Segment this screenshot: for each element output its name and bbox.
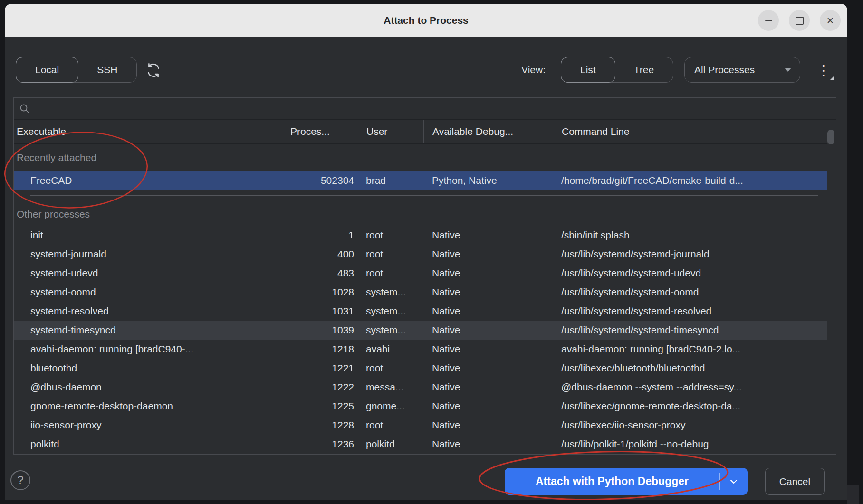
cell-name: FreeCAD	[14, 175, 282, 186]
cell-pid: 483	[282, 267, 358, 279]
process-row[interactable]: bluetoothd1221rootNative/usr/libexec/blu…	[14, 359, 827, 378]
process-row[interactable]: systemd-udevd483rootNative/usr/lib/syste…	[14, 264, 827, 283]
cell-user: system...	[358, 305, 423, 317]
tab-local[interactable]: Local	[16, 57, 78, 83]
attach-options-dropdown[interactable]	[720, 468, 748, 495]
maximize-button[interactable]	[789, 10, 810, 31]
cell-cmd: /sbin/init splash	[555, 229, 827, 241]
cell-pid: 1221	[282, 362, 358, 374]
title-bar[interactable]: Attach to Process ✕	[5, 4, 847, 38]
cell-cmd: @dbus-daemon --system --address=sy...	[555, 381, 827, 393]
process-row[interactable]: init1rootNative/sbin/init splash	[14, 226, 827, 245]
view-label: View:	[521, 57, 546, 83]
cancel-button[interactable]: Cancel	[765, 468, 825, 495]
process-row[interactable]: iio-sensor-proxy1228rootNative/usr/libex…	[14, 416, 827, 435]
help-button[interactable]: ?	[10, 470, 30, 490]
cell-pid: 1218	[282, 343, 358, 355]
help-icon: ?	[17, 474, 23, 487]
process-row[interactable]: systemd-timesyncd1039system...Native/usr…	[14, 321, 827, 340]
view-tab-group: ListTree	[561, 57, 673, 83]
cell-name: systemd-journald	[14, 248, 282, 260]
cell-pid: 1	[282, 229, 358, 241]
cell-name: iio-sensor-proxy	[14, 419, 282, 431]
close-button[interactable]: ✕	[820, 10, 841, 31]
more-options-button[interactable]: ⋮	[813, 59, 834, 81]
process-row[interactable]: systemd-oomd1028system...Native/usr/lib/…	[14, 283, 827, 302]
view-tab-tree[interactable]: Tree	[615, 57, 673, 82]
kebab-icon: ⋮	[816, 62, 831, 78]
process-search-input[interactable]	[35, 103, 836, 115]
cell-pid: 1225	[282, 400, 358, 412]
cell-name: systemd-timesyncd	[14, 324, 282, 336]
column-header-2[interactable]: User	[358, 120, 423, 143]
cell-debug: Native	[423, 229, 555, 241]
cell-cmd: /usr/libexec/gnome-remote-desktop-da...	[555, 400, 827, 412]
cell-name: systemd-resolved	[14, 305, 282, 317]
cell-pid: 1039	[282, 324, 358, 336]
cell-user: root	[358, 248, 423, 260]
search-row	[14, 98, 836, 120]
cell-pid: 1031	[282, 305, 358, 317]
cell-debug: Native	[423, 267, 555, 279]
cell-debug: Native	[423, 381, 555, 393]
cell-debug: Native	[423, 248, 555, 260]
cell-name: gnome-remote-desktop-daemon	[14, 400, 282, 412]
attach-to-process-dialog: Attach to Process ✕ LocalSSH	[5, 4, 847, 500]
attach-button-label: Attach with Python Debugger	[505, 468, 719, 495]
cell-debug: Native	[423, 286, 555, 298]
cell-cmd: /usr/lib/systemd/systemd-oomd	[555, 286, 827, 298]
process-filter-dropdown[interactable]: All Processes	[684, 57, 800, 83]
tab-ssh[interactable]: SSH	[78, 57, 136, 82]
process-row[interactable]: systemd-resolved1031system...Native/usr/…	[14, 302, 827, 321]
cell-name: init	[14, 229, 282, 241]
cell-debug: Native	[423, 438, 555, 450]
column-header-4[interactable]: Command Line	[555, 120, 827, 143]
cell-cmd: /usr/lib/polkit-1/polkitd --no-debug	[555, 438, 827, 450]
cell-name: avahi-daemon: running [bradC940-...	[14, 343, 282, 355]
process-row[interactable]: avahi-daemon: running [bradC940-...1218a…	[14, 340, 827, 359]
cell-user: root	[358, 362, 423, 374]
column-header-1[interactable]: Proces...	[282, 120, 358, 143]
cell-debug: Native	[423, 400, 555, 412]
group-label: Other processes	[14, 205, 827, 224]
cell-user: avahi	[358, 343, 423, 355]
process-row[interactable]: gnome-remote-desktop-daemon1225gnome...N…	[14, 397, 827, 416]
cell-user: system...	[358, 324, 423, 336]
cell-user: root	[358, 267, 423, 279]
process-row[interactable]: FreeCAD502304bradPython, Native/home/bra…	[14, 171, 827, 190]
source-tab-group: LocalSSH	[16, 57, 137, 83]
cell-pid: 1236	[282, 438, 358, 450]
cell-pid: 1028	[282, 286, 358, 298]
table-rows-area: Recently attachedFreeCAD502304bradPython…	[14, 144, 827, 454]
search-icon	[19, 103, 30, 114]
cell-name: systemd-udevd	[14, 267, 282, 279]
view-tab-list[interactable]: List	[561, 57, 615, 83]
cell-name: bluetoothd	[14, 362, 282, 374]
process-row[interactable]: @dbus-daemon1222messa...Native@dbus-daem…	[14, 378, 827, 397]
cell-pid: 502304	[282, 175, 358, 186]
cell-cmd: /usr/libexec/bluetooth/bluetoothd	[555, 362, 827, 374]
attach-with-python-debugger-button[interactable]: Attach with Python Debugger	[505, 468, 748, 495]
column-header-3[interactable]: Available Debug...	[423, 120, 555, 143]
dropdown-arrow-icon	[785, 68, 791, 72]
process-row[interactable]: systemd-journald400rootNative/usr/lib/sy…	[14, 245, 827, 264]
maximize-icon	[796, 17, 804, 25]
dialog-body: LocalSSH View: ListTree All Processes ⋮	[5, 37, 847, 500]
cell-cmd: /usr/lib/systemd/systemd-journald	[555, 248, 827, 260]
cell-cmd: avahi-daemon: running [bradC940-2.lo...	[555, 343, 827, 355]
cell-user: system...	[358, 286, 423, 298]
minimize-button[interactable]	[758, 10, 779, 31]
vertical-scrollbar-thumb[interactable]	[827, 130, 834, 144]
process-row[interactable]: polkitd1236polkitdNative/usr/lib/polkit-…	[14, 435, 827, 454]
refresh-button[interactable]	[145, 62, 162, 79]
column-header-0[interactable]: Executable	[14, 120, 282, 143]
screen: Attach to Process ✕ LocalSSH	[0, 0, 863, 504]
cell-debug: Native	[423, 419, 555, 431]
cell-pid: 1222	[282, 381, 358, 393]
cell-user: polkitd	[358, 438, 423, 450]
cell-cmd: /home/brad/git/FreeCAD/cmake-build-d...	[555, 175, 827, 186]
chevron-down-icon	[730, 479, 738, 484]
window-controls: ✕	[758, 10, 841, 31]
cell-user: gnome...	[358, 400, 423, 412]
dialog-title: Attach to Process	[5, 4, 847, 37]
